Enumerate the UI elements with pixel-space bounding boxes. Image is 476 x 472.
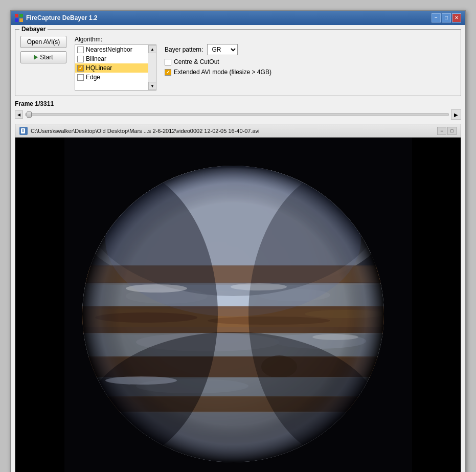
debayer-group: Debayer Open AVI(s) Start Algorithm: xyxy=(15,29,461,96)
frame-slider[interactable] xyxy=(25,113,449,116)
svg-point-36 xyxy=(105,376,177,385)
bayer-options-column: Bayer pattern: GR RG BG GB Centre & CutO… xyxy=(165,44,271,76)
centre-cutout-checkbox[interactable] xyxy=(165,59,171,65)
title-bar-left: FireCapture DeBayer 1.2 xyxy=(15,14,97,22)
svg-point-33 xyxy=(126,284,187,293)
jupiter-image xyxy=(64,138,412,472)
video-panel: C:\Users\swalker\Desktop\Old Desktop\Mar… xyxy=(15,124,461,472)
centre-cutout-label: Centre & CutOut xyxy=(174,58,219,65)
centre-cutout-row: Centre & CutOut xyxy=(165,58,271,65)
video-minimize-button[interactable]: − xyxy=(437,127,446,135)
scroll-track xyxy=(148,53,156,82)
bayer-pattern-select[interactable]: GR RG BG GB xyxy=(207,44,238,55)
start-button[interactable]: Start xyxy=(20,51,66,63)
title-bar: FireCapture DeBayer 1.2 − □ ✕ xyxy=(11,11,465,25)
algo-nearest-neighbor-label: NearestNeighbor xyxy=(86,46,132,53)
window-title: FireCapture DeBayer 1.2 xyxy=(26,14,97,21)
video-header: C:\Users\swalker\Desktop\Old Desktop\Mar… xyxy=(15,124,461,138)
algorithm-listbox[interactable]: NearestNeighbor Bilinear HQLinear E xyxy=(75,44,156,91)
algorithm-column: Algorithm: NearestNeighbor Bilinear H xyxy=(75,36,156,91)
algo-edge-checkbox[interactable] xyxy=(77,74,84,81)
play-icon xyxy=(34,55,38,60)
bayer-pattern-row: Bayer pattern: GR RG BG GB xyxy=(165,44,271,55)
algo-bilinear-label: Bilinear xyxy=(86,55,106,62)
video-canvas xyxy=(15,138,461,472)
app-icon xyxy=(15,14,23,22)
main-window: FireCapture DeBayer 1.2 − □ ✕ Debayer Op… xyxy=(10,10,466,472)
scroll-down-arrow[interactable]: ▼ xyxy=(148,82,156,90)
video-path: C:\Users\swalker\Desktop\Old Desktop\Mar… xyxy=(31,128,260,134)
video-icon xyxy=(19,127,28,135)
scroll-up-arrow[interactable]: ▲ xyxy=(148,45,156,53)
open-avi-button[interactable]: Open AVI(s) xyxy=(20,36,66,48)
algorithm-label: Algorithm: xyxy=(75,36,156,43)
algorithm-scrollbar[interactable]: ▲ ▼ xyxy=(148,45,156,90)
extended-avi-row: Extended AVI mode (filesize > 4GB) xyxy=(165,69,271,76)
video-header-left: C:\Users\swalker\Desktop\Old Desktop\Mar… xyxy=(19,127,260,135)
minimize-button[interactable]: − xyxy=(432,13,441,23)
debayer-group-label: Debayer xyxy=(19,26,48,33)
algo-nearest-neighbor[interactable]: NearestNeighbor xyxy=(75,45,156,54)
maximize-button[interactable]: □ xyxy=(442,13,451,23)
bayer-pattern-label: Bayer pattern: xyxy=(165,46,203,53)
jupiter-container xyxy=(15,138,461,472)
algo-hqlinear[interactable]: HQLinear xyxy=(75,63,156,73)
slider-row: ◀ ▶ xyxy=(15,109,461,120)
svg-point-34 xyxy=(231,283,287,290)
start-button-label: Start xyxy=(40,54,53,61)
algo-hqlinear-label: HQLinear xyxy=(86,64,112,72)
extended-avi-checkbox[interactable] xyxy=(165,69,171,76)
algo-bilinear-checkbox[interactable] xyxy=(77,56,84,62)
slider-left-button[interactable]: ◀ xyxy=(15,110,23,119)
video-header-controls: − □ xyxy=(437,127,457,135)
slider-thumb[interactable] xyxy=(27,111,32,118)
svg-point-35 xyxy=(312,334,358,340)
video-maximize-button[interactable]: □ xyxy=(447,127,457,135)
algo-hqlinear-checkbox[interactable] xyxy=(77,65,84,72)
slider-right-button[interactable]: ▶ xyxy=(451,109,461,120)
close-button[interactable]: ✕ xyxy=(452,13,461,23)
main-content: Debayer Open AVI(s) Start Algorithm: xyxy=(11,25,465,472)
buttons-column: Open AVI(s) Start xyxy=(20,36,66,63)
title-bar-controls: − □ ✕ xyxy=(432,13,461,23)
algo-bilinear[interactable]: Bilinear xyxy=(75,54,156,63)
algo-nearest-neighbor-checkbox[interactable] xyxy=(77,47,84,53)
algo-edge[interactable]: Edge xyxy=(75,73,156,82)
extended-avi-label: Extended AVI mode (filesize > 4GB) xyxy=(174,69,271,76)
frame-section: Frame 1/3311 ◀ ▶ xyxy=(15,100,461,120)
debayer-row: Open AVI(s) Start Algorithm: NearestNeig… xyxy=(20,36,456,91)
algo-edge-label: Edge xyxy=(86,74,100,81)
frame-label: Frame 1/3311 xyxy=(15,100,461,107)
